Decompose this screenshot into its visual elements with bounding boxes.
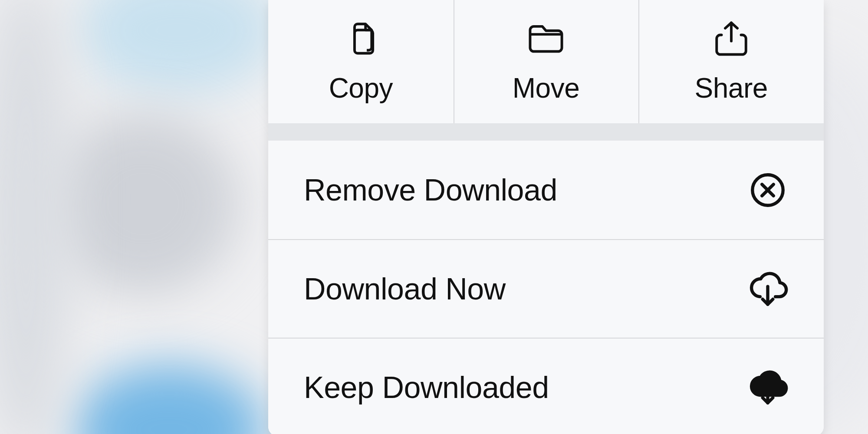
remove-download-label: Remove Download [304,173,557,207]
context-menu: Copy Move Share Remove [268,0,824,434]
move-action[interactable]: Move [454,0,639,123]
cloud-download-filled-icon [747,367,788,408]
folder-icon [526,19,566,72]
copy-label: Copy [329,72,393,104]
cloud-download-icon [747,269,788,309]
circle-x-icon [747,170,788,210]
move-label: Move [513,72,580,104]
keep-downloaded-label: Keep Downloaded [304,370,549,405]
section-separator [268,123,824,141]
top-actions-row: Copy Move Share [268,0,824,123]
share-label: Share [695,72,768,104]
keep-downloaded-row[interactable]: Keep Downloaded [268,338,824,434]
share-action[interactable]: Share [638,0,824,123]
download-now-label: Download Now [304,272,506,306]
copy-action[interactable]: Copy [268,0,454,123]
share-icon [712,19,751,72]
remove-download-row[interactable]: Remove Download [268,141,824,239]
download-now-row[interactable]: Download Now [268,239,824,338]
copy-icon [341,19,380,72]
